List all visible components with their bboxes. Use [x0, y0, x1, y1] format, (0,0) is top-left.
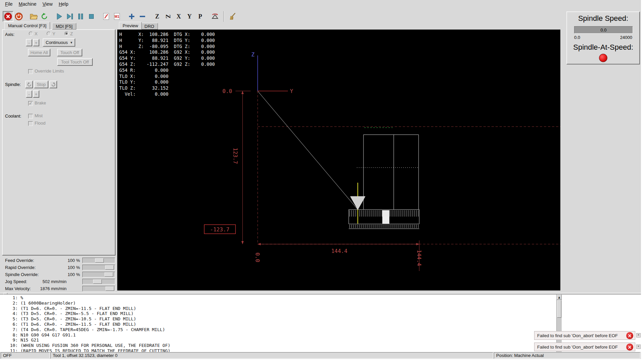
- touch-off-button[interactable]: Touch Off: [57, 49, 82, 56]
- gcode-line[interactable]: 6: (T1 D=6. CR=0. - ZMIN=-11.5 - FLAT EN…: [5, 322, 641, 327]
- machine-power-button[interactable]: [13, 11, 24, 22]
- home-all-button[interactable]: Home All: [28, 49, 50, 56]
- gauge-min-label: 0.0: [574, 35, 580, 40]
- reload-file-button[interactable]: [39, 11, 50, 22]
- menu-file[interactable]: File: [2, 0, 16, 8]
- override-slider[interactable]: [82, 265, 115, 270]
- scroll-up-button[interactable]: ▲: [557, 295, 562, 300]
- notification-dismiss-button[interactable]: ×: [626, 332, 633, 339]
- gcode-line[interactable]: 2: (1 6000BearingHolder): [5, 301, 641, 306]
- radio-indicator: [29, 32, 33, 36]
- slider-thumb[interactable]: [93, 279, 102, 284]
- override-value: 100 %: [36, 272, 80, 277]
- notification-dismiss-button[interactable]: ×: [626, 344, 633, 351]
- spindle-plus-button[interactable]: +: [33, 90, 39, 98]
- view-x-button[interactable]: X: [173, 11, 184, 22]
- spindle-reverse-button[interactable]: [25, 81, 33, 88]
- zoom-out-button[interactable]: [137, 11, 148, 22]
- scrollbar-thumb[interactable]: [557, 300, 561, 318]
- preview-canvas[interactable]: 0.0 123.7 -123.7 144.4 0.0 144.4: [117, 30, 560, 290]
- rotate-view-button[interactable]: [210, 11, 220, 22]
- axis-radio-x[interactable]: X: [29, 31, 38, 36]
- jog-minus-button[interactable]: -: [26, 39, 32, 46]
- spindle-stop-button[interactable]: Stop: [34, 81, 48, 88]
- spindle-forward-button[interactable]: [49, 81, 57, 88]
- brake-check-mark: ✓: [29, 101, 33, 105]
- zoomin-icon: [127, 12, 136, 21]
- zoomout-icon: [138, 12, 147, 21]
- slider-thumb[interactable]: [104, 272, 113, 277]
- spindle-speed-value: 0.0: [600, 28, 606, 33]
- notification-text: Failed to find sub 'Oon_abort' before EO…: [537, 345, 618, 350]
- notification-close-button[interactable]: ×: [636, 345, 641, 349]
- spindle-label: Spindle:: [5, 82, 21, 87]
- spindle-forward-icon: [51, 82, 56, 87]
- menu-help[interactable]: Help: [56, 0, 72, 8]
- mist-checkbox[interactable]: [28, 114, 33, 119]
- optpause-icon: M1: [113, 12, 121, 21]
- machine-state-status: OFF: [1, 352, 50, 359]
- letter-x-icon: X: [174, 12, 183, 21]
- slider-thumb[interactable]: [105, 286, 114, 291]
- override-slider[interactable]: [82, 279, 115, 284]
- gcode-line[interactable]: 1: %: [5, 295, 641, 301]
- pause-program-button[interactable]: [75, 11, 86, 22]
- step-program-button[interactable]: [65, 11, 75, 22]
- axis-radio-label: Z: [70, 31, 73, 36]
- notification-close-button[interactable]: ×: [636, 333, 641, 337]
- coolant-label: Coolant:: [5, 114, 21, 119]
- tab-mdi[interactable]: MDI [F5]: [52, 23, 76, 30]
- override-limits-checkbox[interactable]: [28, 69, 33, 74]
- notification: Failed to find sub 'Oon_abort' before EO…: [534, 331, 635, 340]
- jog-plus-button[interactable]: +: [33, 39, 39, 46]
- gauge-max-label: 24000: [620, 35, 632, 40]
- override-row: Feed Override:100 %: [0, 257, 116, 264]
- jog-mode-select[interactable]: Continuous ▼: [43, 38, 75, 47]
- brake-checkbox[interactable]: ✓: [28, 101, 33, 106]
- gcode-line[interactable]: 3: (T1 D=6. CR=0. - ZMIN=-11.5 - FLAT EN…: [5, 306, 641, 311]
- svg-text:Z: Z: [165, 14, 171, 18]
- view-z-button[interactable]: Z: [152, 11, 163, 22]
- axis-radio-z[interactable]: Z: [65, 31, 73, 36]
- gcode-line[interactable]: 4: (T3 D=5. CR=0. - ZMIN=-5.5 - FLAT END…: [5, 311, 641, 316]
- menu-view[interactable]: View: [40, 0, 56, 8]
- override-slider[interactable]: [82, 272, 115, 277]
- view-z-rotated-button[interactable]: Z: [163, 11, 173, 22]
- axis-radio-y[interactable]: Y: [47, 31, 55, 36]
- svg-text:Y: Y: [187, 13, 192, 20]
- svg-text:Z: Z: [155, 13, 159, 20]
- tool-cone: [350, 196, 365, 210]
- tab-manual-control[interactable]: Manual Control [F3]: [4, 22, 50, 30]
- spindle-speed-gauge: 0.0: [574, 26, 633, 34]
- menu-machine[interactable]: Machine: [16, 0, 40, 8]
- view-y-button[interactable]: Y: [184, 11, 195, 22]
- menu-bar: FileMachineViewHelp: [0, 0, 641, 8]
- mist-label: Mist: [35, 113, 43, 118]
- gcode-line[interactable]: 5: (T3 D=5. CR=0. - ZMIN=-10.5 - FLAT EN…: [5, 316, 641, 322]
- zoom-in-button[interactable]: [126, 11, 137, 22]
- estop-button[interactable]: [3, 11, 13, 22]
- letter-y-icon: Y: [185, 12, 194, 21]
- clear-plot-button[interactable]: [227, 11, 238, 22]
- svg-text:M1: M1: [115, 15, 119, 18]
- letter-p-icon: P: [196, 12, 205, 21]
- flood-checkbox[interactable]: [28, 121, 33, 126]
- stop-program-button[interactable]: [86, 11, 97, 22]
- slider-thumb[interactable]: [95, 258, 104, 263]
- override-slider[interactable]: [82, 286, 115, 291]
- slider-thumb[interactable]: [105, 265, 114, 270]
- tab-dro[interactable]: DRO: [141, 23, 158, 30]
- axes-origin: Z Y: [251, 51, 293, 94]
- override-label: Feed Override:: [5, 258, 34, 263]
- blockdelete-icon: [102, 12, 111, 21]
- override-slider[interactable]: [82, 258, 115, 263]
- tool-touch-off-button[interactable]: Tool Touch Off: [57, 58, 93, 66]
- rotate-icon: [211, 12, 219, 21]
- run-program-button[interactable]: [54, 11, 65, 22]
- open-file-button[interactable]: [28, 11, 39, 22]
- view-perspective-button[interactable]: P: [195, 11, 206, 22]
- toggle-skip-lines-button[interactable]: [101, 11, 112, 22]
- tab-preview[interactable]: Preview: [119, 22, 142, 30]
- spindle-minus-button[interactable]: -: [26, 90, 32, 98]
- toggle-optional-pause-button[interactable]: M1: [112, 11, 122, 22]
